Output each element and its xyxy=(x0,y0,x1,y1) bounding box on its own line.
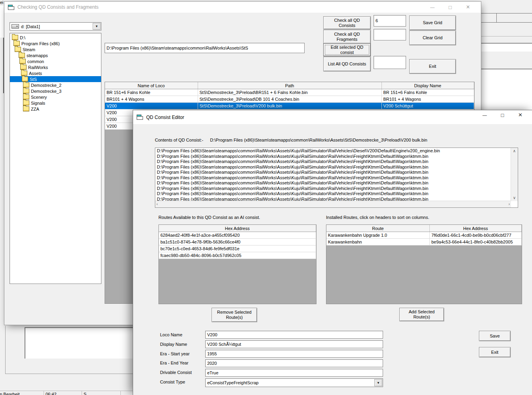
assets-path-box[interactable]: D:\Program Files (x86)\Steam\steamapps\c… xyxy=(105,43,305,53)
consist-file-item[interactable]: D:\Program Files (x86)\Steam\steamapps\c… xyxy=(156,159,511,165)
count-box[interactable]: 6 xyxy=(374,15,406,27)
cell[interactable]: fcaec980-db50-484c-8096-b0c57d962c05 xyxy=(159,252,316,259)
tree-item-steam[interactable]: Steam xyxy=(10,46,101,52)
consist-file-item[interactable]: D:\Program Files (x86)\Steam\steamapps\c… xyxy=(156,180,511,186)
drivable-consist-field[interactable]: eTrue xyxy=(205,369,383,377)
close-icon[interactable]: × xyxy=(511,110,529,120)
cell[interactable]: bc70e1c5-c0ed-4653-84d6-fe9fe5df031e xyxy=(159,245,316,252)
consist-file-item[interactable]: D:\Program Files (x86)\Steam\steamapps\c… xyxy=(156,165,511,170)
column-header[interactable]: Hex Address xyxy=(159,225,316,232)
consist-file-item[interactable]: D:\Program Files (x86)\Steam\steamapps\c… xyxy=(156,197,511,201)
table-row[interactable]: ba1c51c0-8745-4e78-9f0b-5636c66ce4f0 xyxy=(159,239,316,245)
consist-type-combo[interactable]: eConsistTypeFreightScrap ▼ xyxy=(205,378,383,387)
column-header[interactable]: Name of Loco xyxy=(105,82,198,89)
cell[interactable]: BR 151+6 Falns Kohle xyxy=(105,89,198,96)
table-row[interactable]: BR101 + 4 WagonsStS\Demostrecke_3\Preloa… xyxy=(105,96,474,103)
tree-item-signals[interactable]: Signals xyxy=(10,100,101,106)
scroll-down-icon[interactable]: ∨ xyxy=(512,195,517,201)
table-row[interactable]: fcaec980-db50-484c-8096-b0c57d962c05 xyxy=(159,252,316,259)
display-name-field[interactable]: V200 SchÃ¼ttgut xyxy=(205,340,383,348)
save-button[interactable]: Save xyxy=(479,331,511,341)
cell[interactable]: V200 Schüttgut xyxy=(382,103,475,109)
checker-titlebar[interactable]: Checking QD Consists and Fragments xyxy=(4,2,481,13)
era-end-field[interactable]: 2020 xyxy=(205,359,383,367)
check-all-consists-button[interactable]: Check all QD Consists xyxy=(323,16,371,29)
drive-combo-value: d: [Data1] xyxy=(21,24,40,29)
consist-file-item[interactable]: D:\Program Files (x86)\Steam\steamapps\c… xyxy=(156,170,511,175)
close-icon[interactable]: × xyxy=(459,2,477,13)
tree-item-sts[interactable]: StS xyxy=(10,76,101,82)
table-row[interactable]: V200StS\Demostrecke_3\Preload\V200 bulk.… xyxy=(105,103,474,109)
scroll-left-icon[interactable]: ‹ xyxy=(155,201,159,207)
tree-item-d-[interactable]: D:\ xyxy=(10,35,101,40)
loco-name-field[interactable]: V200 xyxy=(205,331,383,339)
consist-file-item[interactable]: D:\Program Files (x86)\Steam\steamapps\c… xyxy=(156,186,511,192)
consist-file-item[interactable]: D:\Program Files (x86)\Steam\steamapps\c… xyxy=(156,191,511,197)
era-start-field[interactable]: 1955 xyxy=(205,350,383,358)
cell[interactable]: StS\Demostrecke_3\Preload\V200 bulk.bin xyxy=(198,103,382,109)
tree-item-railworks[interactable]: RailWorks xyxy=(10,64,101,70)
cell[interactable]: ba1c51c0-8745-4e78-9f0b-5636c66ce4f0 xyxy=(159,239,316,245)
chevron-down-icon[interactable]: ▼ xyxy=(93,23,101,30)
tree-item-program-files-x86-[interactable]: Program Files (x86) xyxy=(10,40,101,46)
folder-icon xyxy=(22,77,28,82)
maximize-icon[interactable]: □ xyxy=(441,2,459,13)
column-header[interactable]: Route xyxy=(326,225,430,232)
cell[interactable]: BR 151+6 Falns Kohle xyxy=(382,89,475,96)
add-selected-routes-button[interactable]: Add Selected Route(s) xyxy=(399,308,444,321)
clear-grid-button[interactable]: Clear Grid xyxy=(409,31,456,45)
tree-item-common[interactable]: common xyxy=(10,58,101,64)
table-row[interactable]: bc70e1c5-c0ed-4653-84d6-fe9fe5df031e xyxy=(159,245,316,252)
cell[interactable]: Karawankenbahn xyxy=(326,239,430,245)
consist-file-item[interactable]: D:\Program Files (x86)\Steam\steamapps\c… xyxy=(156,175,511,181)
edit-selected-consist-button[interactable]: Edit selected QD consist xyxy=(323,43,371,56)
cell[interactable]: Karawankenbahn Upgrade 1.0 xyxy=(326,232,430,238)
cell[interactable]: V200 xyxy=(105,103,198,109)
table-row[interactable]: BR 151+6 Falns KohleStS\Demostrecke_3\Pr… xyxy=(105,89,474,96)
maximize-icon[interactable]: □ xyxy=(494,110,511,120)
table-row[interactable]: 6284aed2-40f8-4e1f-a3ce-a455cf095420 xyxy=(159,232,316,239)
tree-item-demostrecke-2[interactable]: Demostrecke_2 xyxy=(10,82,101,88)
check-all-fragments-button[interactable]: Check all QD Fragments xyxy=(323,30,371,44)
scroll-right-icon[interactable]: › xyxy=(507,201,511,207)
cell[interactable]: 7f6d0de1-66c1-4cd0-be9b-b0cd06cbf277 xyxy=(430,232,522,238)
column-header[interactable]: Display Name xyxy=(382,82,475,89)
exit-button-editor[interactable]: Exit xyxy=(479,347,511,357)
minimize-icon[interactable]: — xyxy=(476,110,494,120)
tree-item-zza[interactable]: ZZA xyxy=(10,106,101,112)
vertical-scrollbar[interactable]: ∧ ∨ xyxy=(511,148,518,201)
horizontal-scrollbar[interactable]: ‹ › xyxy=(155,201,511,207)
column-header[interactable]: Path xyxy=(198,82,382,89)
folder-icon xyxy=(23,94,29,100)
table-row[interactable]: Karawankenbahnbe9a4c53-66e4-44c1-8fe0-c4… xyxy=(326,239,522,245)
folder-icon xyxy=(19,59,26,64)
cell[interactable]: StS\Demostrecke_3\Preload\DB 101 4 Coach… xyxy=(198,96,382,102)
list-all-consists-button[interactable]: List All QD Consists xyxy=(323,57,371,71)
column-header[interactable]: Hex Address xyxy=(430,225,522,232)
cell[interactable]: StS\Demostrecke_3\Preload\BR151 + 6 Faln… xyxy=(198,89,382,96)
minimize-icon[interactable]: — xyxy=(423,2,441,13)
scroll-up-icon[interactable]: ∧ xyxy=(512,148,517,154)
folder-icon xyxy=(12,35,18,40)
cell[interactable]: BR101 + 4 Wagons xyxy=(382,96,475,102)
count-box-2[interactable] xyxy=(374,29,406,40)
exit-button-checker[interactable]: Exit xyxy=(409,59,456,74)
cell[interactable]: 6284aed2-40f8-4e1f-a3ce-a455cf095420 xyxy=(159,232,316,238)
tree-item-steamapps[interactable]: steamapps xyxy=(10,52,101,58)
tree-item-scenery[interactable]: Scenery xyxy=(10,94,101,100)
table-row[interactable]: Karawankenbahn Upgrade 1.07f6d0de1-66c1-… xyxy=(326,232,522,239)
chevron-down-icon[interactable]: ▼ xyxy=(374,379,382,386)
loco-name-label: Loco Name xyxy=(160,332,182,337)
editor-titlebar[interactable]: QD Consist Editor xyxy=(133,110,532,124)
folder-icon xyxy=(13,41,20,46)
cell[interactable]: BR101 + 4 Wagons xyxy=(105,96,198,102)
remove-selected-routes-button[interactable]: Remove Selected Route(s) xyxy=(212,308,257,322)
drive-combo[interactable]: d: [Data1] ▼ xyxy=(10,22,101,31)
cell[interactable]: be9a4c53-66e4-44c1-8fe0-c40b82bb2005 xyxy=(430,239,522,245)
consist-file-item[interactable]: D:\Program Files (x86)\Steam\steamapps\c… xyxy=(156,154,511,159)
count-box-3[interactable] xyxy=(374,56,406,69)
save-grid-button[interactable]: Save Grid xyxy=(409,15,456,30)
consist-file-item[interactable]: D:\Program Files (x86)\Steam\steamapps\c… xyxy=(156,148,511,154)
tree-item-demostrecke-3[interactable]: Demostrecke_3 xyxy=(10,88,101,94)
tree-item-assets[interactable]: Assets xyxy=(10,70,101,76)
